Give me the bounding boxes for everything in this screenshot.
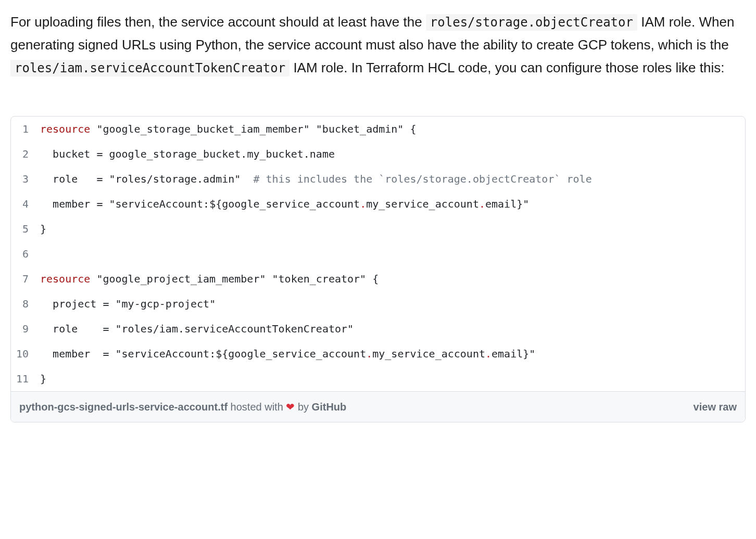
line-number[interactable]: 3 [11,166,36,191]
line-number[interactable]: 10 [11,341,36,366]
code-row: 3 role = "roles/storage.admin" # this in… [11,166,745,191]
code-line: role = "roles/iam.serviceAccountTokenCre… [36,316,745,341]
code-row: 7resource "google_project_iam_member" "t… [11,266,745,291]
code-row: 1resource "google_storage_bucket_iam_mem… [11,117,745,142]
code-line: } [36,366,745,391]
code-table: 1resource "google_storage_bucket_iam_mem… [11,117,745,391]
github-link[interactable]: GitHub [312,401,347,413]
gist-embed: 1resource "google_storage_bucket_iam_mem… [10,116,746,422]
line-number[interactable]: 5 [11,216,36,241]
code-row: 6 [11,241,745,266]
gist-footer-left: python-gcs-signed-urls-service-account.t… [19,398,346,416]
line-number[interactable]: 11 [11,366,36,391]
code-line: bucket = google_storage_bucket.my_bucket… [36,142,745,166]
code-row: 2 bucket = google_storage_bucket.my_buck… [11,142,745,166]
code-line: role = "roles/storage.admin" # this incl… [36,166,745,191]
gist-hosted-with-text: hosted with [228,401,286,413]
code-row: 11} [11,366,745,391]
line-number[interactable]: 1 [11,117,36,142]
line-number[interactable]: 8 [11,291,36,316]
code-line: resource "google_project_iam_member" "to… [36,266,745,291]
gist-by-text: by [295,401,311,413]
code-line: member = "serviceAccount:${google_servic… [36,341,745,366]
line-number[interactable]: 6 [11,241,36,266]
code-row: 9 role = "roles/iam.serviceAccountTokenC… [11,316,745,341]
gist-filename-link[interactable]: python-gcs-signed-urls-service-account.t… [19,401,228,413]
gist-footer: python-gcs-signed-urls-service-account.t… [11,391,745,422]
line-number[interactable]: 9 [11,316,36,341]
code-row: 4 member = "serviceAccount:${google_serv… [11,191,745,216]
code-line: member = "serviceAccount:${google_servic… [36,191,745,216]
prose-paragraph: For uploading files then, the service ac… [10,10,746,80]
heart-icon: ❤ [286,401,295,413]
line-number[interactable]: 7 [11,266,36,291]
code-row: 10 member = "serviceAccount:${google_ser… [11,341,745,366]
line-number[interactable]: 2 [11,142,36,166]
code-line: resource "google_storage_bucket_iam_memb… [36,117,745,142]
line-number[interactable]: 4 [11,191,36,216]
code-line: project = "my-gcp-project" [36,291,745,316]
inline-code: roles/iam.serviceAccountTokenCreator [10,60,289,76]
code-row: 8 project = "my-gcp-project" [11,291,745,316]
prose-block: For uploading files then, the service ac… [10,10,746,80]
code-row: 5} [11,216,745,241]
code-line [36,241,745,266]
inline-code: roles/storage.objectCreator [426,14,637,31]
code-line: } [36,216,745,241]
view-raw-link[interactable]: view raw [694,398,737,416]
